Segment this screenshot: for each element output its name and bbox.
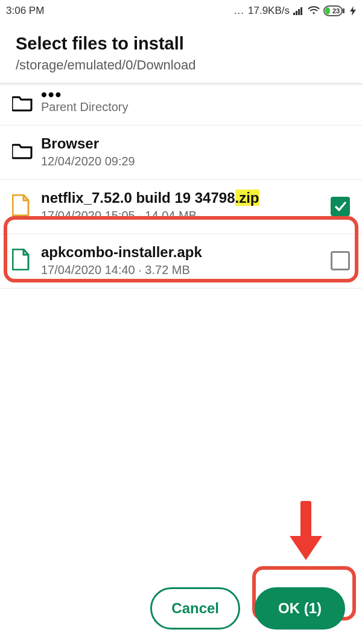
- file-checkbox[interactable]: [331, 197, 350, 216]
- parent-directory-row[interactable]: ••• Parent Directory: [0, 85, 362, 126]
- page-title: Select files to install: [16, 34, 346, 54]
- cancel-button[interactable]: Cancel: [150, 587, 240, 630]
- page-header: Select files to install /storage/emulate…: [0, 22, 362, 83]
- current-path: /storage/emulated/0/Download: [16, 57, 346, 73]
- file-checkbox[interactable]: [331, 251, 350, 270]
- file-row-apkcombo[interactable]: apkcombo-installer.apk 17/04/2020 14:40 …: [0, 234, 362, 289]
- status-dots: ...: [234, 5, 244, 17]
- svg-rect-0: [293, 13, 295, 15]
- file-list: ••• Parent Directory Browser 12/04/2020 …: [0, 85, 362, 289]
- svg-rect-7: [343, 8, 345, 13]
- footer-buttons: Cancel OK (1): [0, 587, 362, 630]
- status-time: 3:06 PM: [6, 5, 44, 17]
- status-bar: 3:06 PM ... 17.9KB/s 23: [0, 0, 362, 22]
- file-name: netflix_7.52.0 build 19 34798.zip: [41, 190, 316, 206]
- svg-rect-2: [298, 9, 300, 15]
- folder-row-browser[interactable]: Browser 12/04/2020 09:29: [0, 126, 362, 180]
- file-name: apkcombo-installer.apk: [41, 244, 316, 261]
- check-icon: [334, 200, 347, 213]
- svg-rect-3: [300, 7, 302, 15]
- highlighted-ext: .zip: [235, 190, 259, 206]
- battery-icon: 23: [323, 5, 346, 16]
- file-meta: 17/04/2020 14:40 · 3.72 MB: [41, 263, 316, 277]
- annotation-arrow: [290, 501, 321, 567]
- file-icon: [12, 194, 30, 218]
- svg-text:23: 23: [332, 7, 340, 14]
- charging-icon: [350, 6, 356, 16]
- wifi-icon: [308, 6, 320, 16]
- folder-meta: 12/04/2020 09:29: [41, 155, 350, 168]
- signal-icon: [293, 6, 304, 16]
- svg-rect-1: [296, 11, 297, 15]
- folder-icon: [12, 142, 33, 162]
- parent-label: Parent Directory: [41, 100, 350, 114]
- folder-name: Browser: [41, 135, 350, 152]
- file-meta: 17/04/2020 15:05 · 14.04 MB: [41, 209, 316, 223]
- parent-dots: •••: [41, 92, 350, 98]
- folder-icon: [12, 95, 33, 114]
- svg-rect-5: [325, 7, 330, 14]
- ok-button[interactable]: OK (1): [255, 587, 345, 630]
- status-speed: 17.9KB/s: [248, 5, 290, 17]
- file-row-netflix-zip[interactable]: netflix_7.52.0 build 19 34798.zip 17/04/…: [0, 180, 362, 234]
- file-icon: [12, 249, 30, 273]
